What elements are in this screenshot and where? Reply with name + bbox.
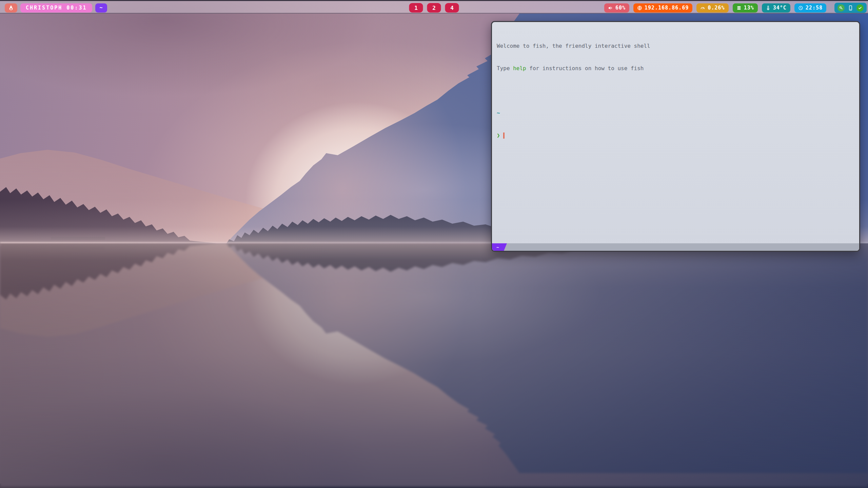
terminal-window[interactable]: Welcome to fish, the friendly interactiv…	[491, 21, 860, 252]
user-clock-label: CHRISTOPH 00:31	[26, 5, 87, 11]
workspace-switcher: 1 2 4	[409, 1, 459, 15]
greeting-line-1: Welcome to fish, the friendly interactiv…	[497, 42, 854, 50]
globe-icon	[637, 5, 642, 11]
clock-badge: 22:58	[794, 3, 826, 13]
clock-icon	[798, 5, 803, 11]
memory-label: 13%	[744, 5, 754, 11]
workspace-button-2[interactable]: 2	[427, 3, 441, 13]
prompt-line[interactable]: ❯	[497, 132, 854, 139]
memory-icon	[736, 5, 742, 11]
cpu-load-badge: 0.26%	[696, 3, 728, 13]
desktop: CHRISTOPH 00:31 ~ 1 2 4 60%	[0, 0, 868, 488]
terminal-content[interactable]: Welcome to fish, the friendly interactiv…	[492, 22, 859, 243]
bar-right-group: 60% 192.168.86.69 0.26	[604, 1, 867, 15]
terminal-status-tag-label: ~	[496, 245, 499, 250]
greeting-line2-prefix: Type	[497, 65, 513, 72]
prompt-cwd: ~	[497, 110, 500, 116]
thermometer-icon	[766, 5, 771, 11]
key-icon[interactable]	[837, 4, 845, 12]
bar-left-group: CHRISTOPH 00:31 ~	[5, 1, 107, 15]
cpu-load-label: 0.26%	[708, 5, 725, 11]
directory-label: ~	[99, 5, 103, 11]
greeting-line2-suffix: for instructions on how to use fish	[526, 65, 644, 72]
terminal-status-bar: ~	[492, 243, 859, 251]
prompt-cwd-line: ~	[497, 109, 854, 117]
directory-badge: ~	[95, 3, 107, 13]
prompt-symbol: ❯	[497, 132, 500, 139]
terminal-status-tag: ~	[492, 243, 507, 251]
clock-label: 22:58	[806, 5, 823, 11]
temperature-badge: 34°C	[762, 3, 790, 13]
water-reflection	[0, 243, 868, 488]
blank-line	[497, 87, 854, 95]
workspace-button-4[interactable]: 4	[445, 3, 459, 13]
launcher-badge[interactable]	[5, 3, 17, 13]
greeting-line-2: Type help for instructions on how to use…	[497, 65, 854, 72]
volume-label: 60%	[615, 5, 626, 11]
network-label: 192.168.86.69	[645, 5, 689, 11]
system-tray	[834, 3, 867, 13]
network-badge: 192.168.86.69	[633, 3, 692, 13]
gauge-icon	[700, 5, 705, 11]
user-clock-badge: CHRISTOPH 00:31	[20, 3, 92, 13]
status-bar: CHRISTOPH 00:31 ~ 1 2 4 60%	[0, 0, 868, 14]
temperature-label: 34°C	[773, 5, 787, 11]
volume-badge[interactable]: 60%	[604, 3, 629, 13]
workspace-button-1[interactable]: 1	[409, 3, 423, 13]
water-tint-side	[0, 243, 868, 488]
terminal-cursor	[503, 133, 505, 139]
phone-icon[interactable]	[848, 5, 853, 11]
memory-badge: 13%	[733, 3, 758, 13]
check-icon[interactable]	[856, 4, 864, 12]
speaker-icon	[608, 5, 613, 11]
tux-icon	[8, 5, 14, 11]
greeting-help-word: help	[513, 65, 526, 72]
